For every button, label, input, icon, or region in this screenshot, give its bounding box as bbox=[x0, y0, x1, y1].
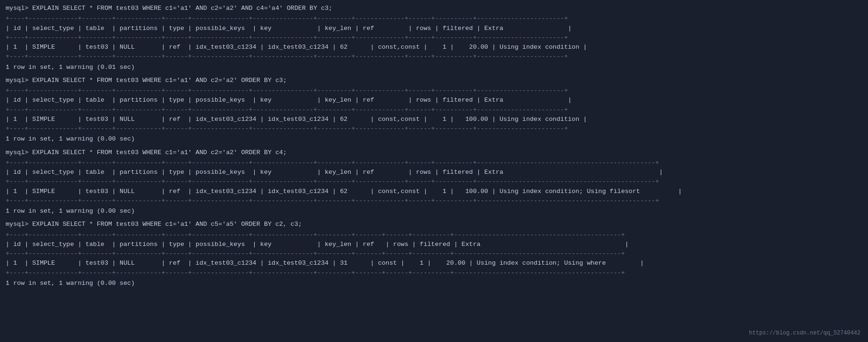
command-line: mysql> EXPLAIN SELECT * FROM test03 WHER… bbox=[6, 148, 862, 157]
table-separator: +----+-------------+--------+-----------… bbox=[6, 177, 862, 186]
table-separator: +----+-------------+--------+-----------… bbox=[6, 105, 862, 115]
table-separator: +----+-------------+--------+-----------… bbox=[6, 249, 862, 259]
query-block-2: mysql> EXPLAIN SELECT * FROM test03 WHER… bbox=[6, 76, 862, 144]
table-row-data: | 1 | SIMPLE | test03 | NULL | ref | idx… bbox=[6, 259, 862, 268]
table-separator: +----+-------------+--------+-----------… bbox=[6, 14, 862, 23]
table-header: | id | select_type | table | partitions … bbox=[6, 96, 862, 105]
table-header: | id | select_type | table | partitions … bbox=[6, 168, 862, 177]
table-row-data: | 1 | SIMPLE | test03 | NULL | ref | idx… bbox=[6, 43, 862, 52]
command-line: mysql> EXPLAIN SELECT * FROM test03 WHER… bbox=[6, 76, 862, 85]
table-separator: +----+-------------+--------+-----------… bbox=[6, 52, 862, 61]
table-header: | id | select_type | table | partitions … bbox=[6, 240, 862, 249]
result-info: 1 row in set, 1 warning (0.00 sec) bbox=[6, 207, 862, 216]
table-separator: +----+-------------+--------+-----------… bbox=[6, 230, 862, 240]
table-row-data: | 1 | SIMPLE | test03 | NULL | ref | idx… bbox=[6, 115, 862, 124]
table-separator: +----+-------------+--------+-----------… bbox=[6, 33, 862, 43]
terminal: mysql> EXPLAIN SELECT * FROM test03 WHER… bbox=[6, 4, 862, 288]
table-separator: +----+-------------+--------+-----------… bbox=[6, 268, 862, 278]
watermark: https://blog.csdn.net/qq_52740442 bbox=[749, 329, 860, 337]
table-separator: +----+-------------+--------+-----------… bbox=[6, 124, 862, 134]
command-line: mysql> EXPLAIN SELECT * FROM test03 WHER… bbox=[6, 4, 862, 13]
table-header: | id | select_type | table | partitions … bbox=[6, 24, 862, 33]
result-info: 1 row in set, 1 warning (0.00 sec) bbox=[6, 279, 862, 288]
query-block-3: mysql> EXPLAIN SELECT * FROM test03 WHER… bbox=[6, 148, 862, 216]
command-line: mysql> EXPLAIN SELECT * FROM test03 WHER… bbox=[6, 220, 862, 229]
table-separator: +----+-------------+--------+-----------… bbox=[6, 86, 862, 96]
result-info: 1 row in set, 1 warning (0.01 sec) bbox=[6, 63, 862, 72]
query-block-4: mysql> EXPLAIN SELECT * FROM test03 WHER… bbox=[6, 220, 862, 288]
query-block-1: mysql> EXPLAIN SELECT * FROM test03 WHER… bbox=[6, 4, 862, 72]
table-separator: +----+-------------+--------+-----------… bbox=[6, 158, 862, 168]
result-info: 1 row in set, 1 warning (0.00 sec) bbox=[6, 134, 862, 144]
table-separator: +----+-------------+--------+-----------… bbox=[6, 196, 862, 206]
table-row-data: | 1 | SIMPLE | test03 | NULL | ref | idx… bbox=[6, 187, 862, 196]
